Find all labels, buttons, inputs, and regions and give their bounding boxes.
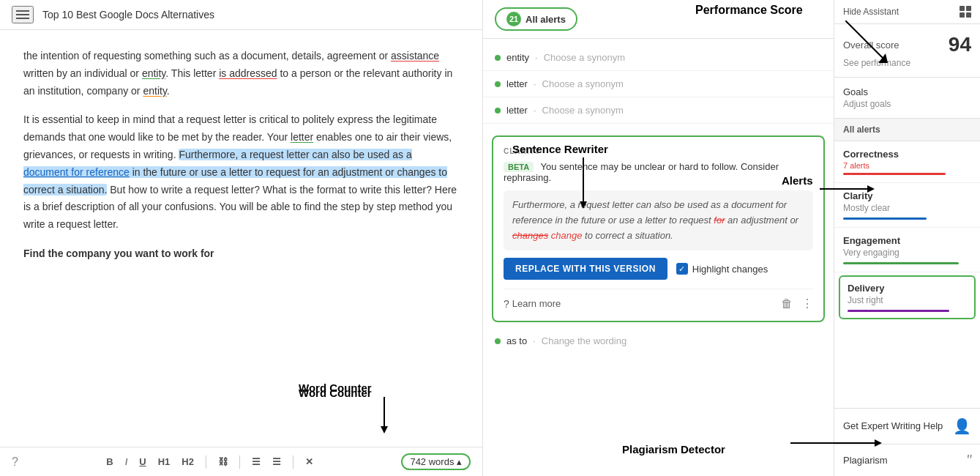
synonym-choose-2: Choose a synonym bbox=[542, 78, 624, 89]
help-button[interactable]: ? bbox=[12, 455, 18, 469]
bottom-synonym-dot bbox=[495, 338, 501, 344]
correctness-bar bbox=[843, 173, 946, 175]
all-alerts-tab[interactable]: All alerts bbox=[834, 119, 980, 141]
synonym-dot-1 bbox=[495, 55, 501, 61]
link-document[interactable]: document for reference bbox=[23, 166, 130, 178]
highlighted-sentence: Furthermore, a request letter can also b… bbox=[23, 149, 447, 196]
overall-score-label: Overall score bbox=[843, 40, 899, 51]
editor-toolbar: Top 10 Best Google Docs Alternatives bbox=[0, 0, 482, 30]
clarity-label: Clarity bbox=[843, 190, 971, 201]
engagement-bar bbox=[843, 262, 959, 264]
delete-icon[interactable]: 🗑 bbox=[781, 297, 793, 310]
bold-button[interactable]: B bbox=[103, 455, 116, 469]
bottom-synonym-item[interactable]: as to · Change the wording bbox=[483, 328, 834, 354]
correctness-sublabel: 7 alerts bbox=[843, 161, 971, 170]
editor-content[interactable]: the intention of requesting something su… bbox=[0, 30, 482, 447]
synonym-choose-1: Choose a synonym bbox=[544, 52, 625, 63]
question-circle-icon: ? bbox=[504, 298, 509, 310]
bold-heading: Find the company you want to work for bbox=[23, 248, 214, 259]
all-alerts-label: All alerts bbox=[525, 14, 566, 25]
expert-help-section[interactable]: Get Expert Writing Help 👤 bbox=[834, 408, 980, 444]
perf-item-correctness[interactable]: Correctness 7 alerts bbox=[834, 141, 980, 183]
beta-badge: BETA bbox=[504, 162, 534, 172]
underline-word-5: letter bbox=[291, 131, 313, 143]
separator-3 bbox=[293, 455, 293, 469]
underline-word-1: assistance bbox=[391, 50, 439, 62]
plagiarism-section[interactable]: Plagiarism " bbox=[834, 444, 980, 476]
delivery-bar bbox=[848, 310, 949, 312]
synonym-dot-2 bbox=[495, 81, 501, 87]
perf-item-engagement[interactable]: Engagement Very engaging bbox=[834, 228, 980, 272]
clarity-bar bbox=[843, 217, 927, 220]
underline-word-3: is addressed bbox=[219, 67, 277, 79]
person-icon: 👤 bbox=[953, 417, 971, 435]
synonym-action-1: · bbox=[535, 52, 538, 63]
learn-more-label: Learn more bbox=[512, 298, 561, 309]
synonym-choose-3: Choose a synonym bbox=[542, 105, 624, 116]
learn-more-button[interactable]: ? Learn more bbox=[504, 298, 561, 310]
synonym-list: entity · Choose a synonym letter · Choos… bbox=[483, 39, 834, 130]
replace-button[interactable]: REPLACE WITH THIS VERSION bbox=[504, 258, 667, 280]
synonym-action-2: · bbox=[534, 78, 536, 89]
all-alerts-button[interactable]: 21 All alerts bbox=[495, 7, 577, 31]
delivery-sublabel: Just right bbox=[848, 295, 967, 305]
plagiarism-label: Plagiarism bbox=[843, 455, 888, 466]
rewriter-original-text: Furthermore, a request letter can also b… bbox=[504, 190, 813, 250]
synonym-item-3[interactable]: letter · Choose a synonym bbox=[483, 97, 834, 124]
document-title: Top 10 Best Google Docs Alternatives bbox=[42, 9, 471, 21]
highlight-changes-label: Highlight changes bbox=[692, 264, 768, 275]
editor-panel: Top 10 Best Google Docs Alternatives the… bbox=[0, 0, 483, 476]
underline-button[interactable]: U bbox=[136, 455, 149, 469]
hide-assistant-button[interactable]: Hide Assistant bbox=[843, 7, 899, 17]
unordered-list-button[interactable]: ☰ bbox=[269, 455, 284, 469]
italic-button[interactable]: I bbox=[122, 455, 131, 469]
h1-button[interactable]: H1 bbox=[155, 455, 173, 469]
rewriter-message-text: You sentence may be unclear or hard to f… bbox=[504, 161, 779, 183]
paragraph-3: Find the company you want to work for bbox=[23, 245, 459, 263]
word-count-box[interactable]: 742 words ▴ bbox=[401, 453, 471, 470]
clear-format-button[interactable]: ✕ bbox=[302, 455, 316, 469]
highlight-checkbox[interactable] bbox=[676, 263, 688, 275]
middle-panel: 21 All alerts entity · Choose a synonym … bbox=[483, 0, 834, 476]
paragraph-1: the intention of requesting something su… bbox=[23, 48, 459, 100]
bottom-synonym-separator: · bbox=[533, 335, 536, 346]
score-section: Overall score 94 See performance bbox=[834, 24, 980, 78]
highlight-changes-toggle[interactable]: Highlight changes bbox=[676, 263, 768, 275]
overall-score-value: 94 bbox=[949, 33, 971, 56]
perf-item-delivery[interactable]: Delivery Just right bbox=[839, 275, 976, 319]
ordered-list-button[interactable]: ☰ bbox=[249, 455, 263, 469]
alert-count-badge: 21 bbox=[506, 12, 521, 26]
synonym-action-3: · bbox=[534, 105, 536, 116]
synonym-word-2: letter bbox=[506, 78, 528, 89]
link-button[interactable]: ⛓ bbox=[215, 455, 231, 469]
more-options-icon[interactable]: ⋮ bbox=[801, 297, 813, 310]
synonym-word-1: entity bbox=[506, 52, 529, 63]
rewriter-footer: ? Learn more 🗑 ⋮ bbox=[504, 289, 813, 310]
separator-1 bbox=[206, 455, 206, 469]
synonym-item-2[interactable]: letter · Choose a synonym bbox=[483, 71, 834, 97]
rewriter-category: CLARITY bbox=[504, 147, 813, 155]
adjust-goals-link[interactable]: Adjust goals bbox=[843, 99, 971, 109]
goals-label: Goals bbox=[843, 86, 971, 97]
synonym-item-1[interactable]: entity · Choose a synonym bbox=[483, 45, 834, 71]
expert-help-label: Get Expert Writing Help bbox=[843, 420, 943, 433]
engagement-label: Engagement bbox=[843, 235, 971, 246]
delivery-label: Delivery bbox=[848, 283, 967, 294]
grid-icon[interactable] bbox=[960, 6, 971, 18]
paragraph-2: It is essential to keep in mind that a r… bbox=[23, 111, 459, 234]
menu-button[interactable] bbox=[12, 6, 34, 23]
correctness-label: Correctness bbox=[843, 149, 971, 160]
perf-item-clarity[interactable]: Clarity Mostly clear bbox=[834, 183, 980, 228]
insertion-word: change bbox=[551, 230, 583, 241]
clarity-sublabel: Mostly clear bbox=[843, 203, 971, 213]
rewriter-actions: REPLACE WITH THIS VERSION Highlight chan… bbox=[504, 258, 813, 280]
strikethrough-word: for bbox=[714, 215, 725, 226]
synonym-dot-3 bbox=[495, 108, 501, 114]
separator-2 bbox=[239, 455, 240, 469]
h2-button[interactable]: H2 bbox=[179, 455, 197, 469]
bottom-synonym-word: as to bbox=[506, 335, 527, 346]
rewriter-message: BETA You sentence may be unclear or hard… bbox=[504, 161, 813, 183]
right-panel-header: Hide Assistant bbox=[834, 0, 980, 24]
strikethrough-word-2: changes bbox=[512, 230, 548, 241]
see-performance-link[interactable]: See performance bbox=[843, 58, 971, 68]
